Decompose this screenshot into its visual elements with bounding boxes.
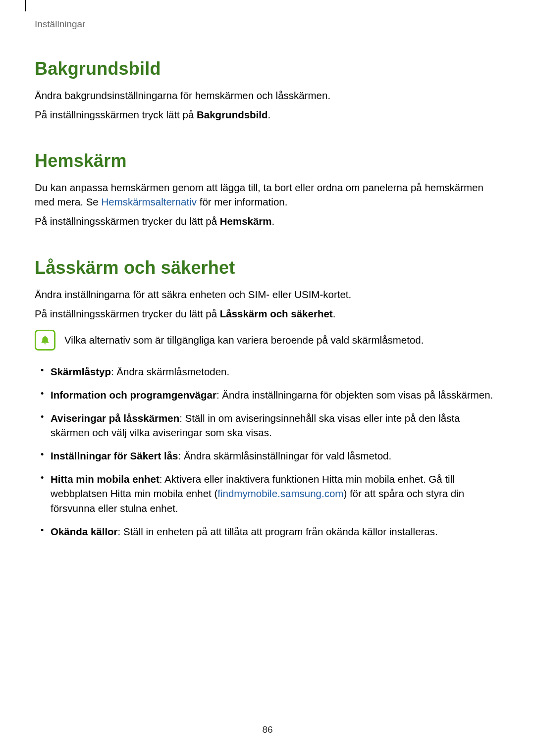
list-item: Inställningar för Säkert lås: Ändra skär… — [51, 449, 500, 463]
text-fragment: . — [268, 109, 271, 120]
bold-term: Aviseringar på låsskärmen — [51, 412, 179, 424]
text-fragment: . — [333, 308, 336, 319]
text-fragment: . — [272, 215, 275, 227]
bold-term: Hemskärm — [220, 215, 272, 227]
note-callout: Vilka alternativ som är tillgängliga kan… — [35, 330, 500, 351]
text-fragment: : Ändra skärmlåsmetoden. — [111, 366, 229, 377]
bell-icon — [35, 330, 55, 351]
text-fragment: : Ställ in enheten på att tillåta att pr… — [118, 526, 438, 537]
list-item: Information och programgenvägar: Ändra i… — [51, 388, 500, 402]
link-hemskarmsalternativ[interactable]: Hemskärmsalternativ — [101, 196, 197, 207]
note-text: Vilka alternativ som är tillgängliga kan… — [64, 333, 424, 347]
text-fragment: : Ändra skärmlåsinställningar för vald l… — [178, 450, 391, 461]
bold-term: Hitta min mobila enhet — [51, 473, 160, 485]
list-item: Aviseringar på låsskärmen: Ställ in om a… — [51, 411, 500, 440]
text-fragment: På inställningsskärmen trycker du lätt p… — [35, 308, 220, 319]
body-text: Ändra bakgrundsinställningarna för hemsk… — [35, 88, 500, 102]
bold-term: Inställningar för Säkert lås — [51, 450, 178, 461]
text-fragment: På inställningsskärmen trycker du lätt p… — [35, 215, 220, 227]
bold-term: Information och programgenvägar — [51, 389, 216, 401]
text-fragment: På inställningsskärmen tryck lätt på — [35, 109, 197, 120]
body-text: På inställningsskärmen tryck lätt på Bak… — [35, 107, 500, 122]
bold-term: Okända källor — [51, 526, 118, 537]
text-fragment: : Ändra inställningarna för objekten som… — [216, 389, 493, 401]
heading-lasskarm: Låsskärm och säkerhet — [35, 257, 500, 278]
document-page: Inställningar Bakgrundsbild Ändra bakgru… — [0, 0, 535, 539]
list-item: Hitta min mobila enhet: Aktivera eller i… — [51, 472, 500, 515]
bullet-list: Skärmlåstyp: Ändra skärmlåsmetoden. Info… — [35, 364, 500, 539]
heading-bakgrundsbild: Bakgrundsbild — [35, 58, 500, 79]
list-item: Okända källor: Ställ in enheten på att t… — [51, 524, 500, 539]
link-findmymobile[interactable]: findmymobile.samsung.com — [217, 488, 343, 499]
bold-term: Bakgrundsbild — [197, 109, 268, 120]
body-text: På inställningsskärmen trycker du lätt p… — [35, 306, 500, 321]
page-number: 86 — [0, 724, 535, 735]
heading-hemskarm: Hemskärm — [35, 151, 500, 171]
body-text: Ändra inställningarna för att säkra enhe… — [35, 287, 500, 302]
list-item: Skärmlåstyp: Ändra skärmlåsmetoden. — [51, 364, 500, 379]
bold-term: Skärmlåstyp — [51, 366, 111, 377]
bold-term: Låsskärm och säkerhet — [220, 308, 333, 319]
top-rule — [25, 0, 26, 11]
breadcrumb: Inställningar — [35, 19, 500, 30]
body-text: På inställningsskärmen trycker du lätt p… — [35, 214, 500, 228]
text-fragment: för mer information. — [197, 196, 287, 207]
body-text: Du kan anpassa hemskärmen genom att lägg… — [35, 180, 500, 209]
